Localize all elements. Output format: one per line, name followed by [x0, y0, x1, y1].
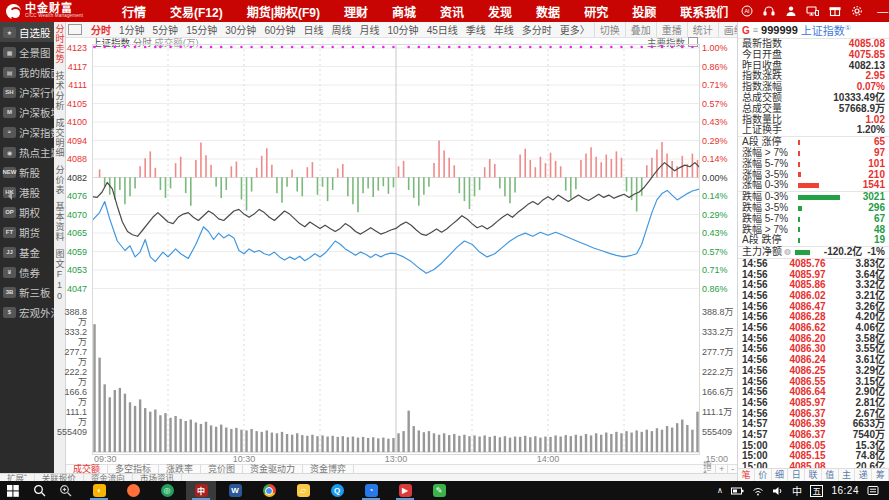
- notification-icon[interactable]: [867, 485, 879, 496]
- panel-tab-细[interactable]: 细: [772, 469, 789, 481]
- panel-tab-笔[interactable]: 笔: [738, 469, 755, 481]
- app-chat[interactable]: ◖: [84, 481, 114, 500]
- app-screen[interactable]: ◎: [152, 481, 182, 500]
- search-button[interactable]: [26, 481, 52, 500]
- period-月线[interactable]: 月线: [356, 22, 384, 37]
- ime-indicator[interactable]: 中: [792, 483, 802, 498]
- panel-tab-价[interactable]: 价: [755, 469, 772, 481]
- sidebar-item-沪深指数[interactable]: ≈沪深指数: [0, 122, 54, 142]
- brand-logo[interactable]: 中金财富 CICC Wealth Management: [0, 3, 110, 19]
- tick-price: 4085.97: [776, 398, 839, 409]
- sidebar-item-新股[interactable]: NEW新股: [0, 162, 54, 182]
- period-周线[interactable]: 周线: [328, 22, 356, 37]
- menu-item-理财[interactable]: 理财: [332, 3, 380, 20]
- magnifier-button[interactable]: [52, 481, 78, 500]
- app-chrome[interactable]: [254, 481, 284, 500]
- app-files[interactable]: ▱: [288, 481, 318, 500]
- app-browser-q[interactable]: Q: [322, 481, 352, 500]
- percent-tick: 0.71%: [702, 80, 728, 90]
- period-年线[interactable]: 年线: [490, 22, 518, 37]
- sidebar-item-自选股[interactable]: ★自选股: [0, 22, 54, 42]
- sidebar-item-热点主题[interactable]: ◉热点主题: [0, 142, 54, 162]
- start-button[interactable]: [0, 481, 26, 500]
- tray-expand-icon[interactable]: ∧: [717, 486, 723, 495]
- sidebar-item-宏观外汇[interactable]: $宏观外汇: [0, 302, 54, 322]
- dist-value: 1541: [863, 180, 885, 191]
- index-name-link[interactable]: 上证指数①: [801, 22, 851, 38]
- menu-item-投顾[interactable]: 投顾: [620, 3, 668, 20]
- period-日线[interactable]: 日线: [300, 22, 328, 37]
- volume-icon[interactable]: [772, 486, 784, 496]
- period-45日线[interactable]: 45日线: [423, 22, 462, 37]
- sidebar-item-期权[interactable]: OP期权: [0, 202, 54, 222]
- menu-item-联系我们[interactable]: 联系我们: [668, 3, 740, 20]
- user-icon[interactable]: [784, 5, 797, 18]
- network-icon[interactable]: [752, 486, 764, 496]
- menu-item-数据[interactable]: 数据: [524, 3, 572, 20]
- 自选股-icon: ★: [3, 27, 16, 38]
- percent-tick: 0.71%: [702, 265, 728, 275]
- 全景图-icon: ▦: [3, 47, 16, 58]
- app-notes[interactable]: ✎: [424, 481, 454, 500]
- layout-icon[interactable]: [68, 24, 82, 35]
- menu-item-商城[interactable]: 商城: [380, 3, 428, 20]
- headset-icon[interactable]: [762, 5, 775, 18]
- period-季线[interactable]: 季线: [462, 22, 490, 37]
- dist-bar: [798, 140, 800, 145]
- sidebar-item-沪深板块[interactable]: M沪深板块: [0, 102, 54, 122]
- battery-icon[interactable]: [731, 486, 744, 496]
- sidebar-item-我的版面[interactable]: ▤我的版面: [0, 62, 54, 82]
- panel-tab-主[interactable]: 主: [839, 469, 856, 481]
- price-axis-left: 4123411741114105410040944088408240764070…: [60, 44, 90, 455]
- quote-header: G ≡ 999999 上证指数①: [738, 22, 889, 39]
- gift-icon[interactable]: [828, 5, 841, 18]
- devices-icon[interactable]: [806, 5, 819, 18]
- tick-row[interactable]: 14:564086.253.29亿: [738, 366, 889, 377]
- menu-item-研究[interactable]: 研究: [572, 3, 620, 20]
- sidebar-item-全景图[interactable]: ▦全景图: [0, 42, 54, 62]
- menu-burger-icon[interactable]: ≡: [753, 25, 758, 35]
- sidebar-item-基金[interactable]: JJ基金: [0, 242, 54, 262]
- panel-tab-联[interactable]: 联: [805, 469, 822, 481]
- tool-切换[interactable]: 切换: [594, 22, 625, 37]
- quote-field-value: 4075.85: [849, 50, 885, 61]
- panel-tab-递[interactable]: 递: [855, 469, 872, 481]
- period-10分钟[interactable]: 10分钟: [384, 22, 423, 37]
- sidebar-item-沪深行情[interactable]: SH沪深行情: [0, 82, 54, 102]
- minimize-button[interactable]: —: [877, 6, 888, 16]
- settings-icon[interactable]: [850, 5, 863, 18]
- intraday-chart-canvas[interactable]: [92, 44, 700, 455]
- price-tick: 4082: [60, 173, 87, 183]
- ime-mode-badge[interactable]: 五: [810, 485, 824, 497]
- app-trading[interactable]: 中: [186, 481, 216, 500]
- menu-item-资讯[interactable]: 资讯: [428, 3, 476, 20]
- menu-item-交易(F12)[interactable]: 交易(F12): [158, 3, 235, 20]
- panel-tab-日[interactable]: 日: [788, 469, 805, 481]
- ai-icon[interactable]: AI: [740, 5, 753, 18]
- app-docs[interactable]: W: [220, 481, 250, 500]
- panel-tab-值[interactable]: 值: [822, 469, 839, 481]
- volume-tick-right: 388.8万: [702, 307, 734, 317]
- main-flow-row[interactable]: 主力净额 ◍ -120.2亿 -1%: [738, 246, 889, 258]
- menu-item-发现[interactable]: 发现: [476, 3, 524, 20]
- taskbar-apps: ◖◎中W▱Q◔▶✎: [84, 481, 454, 500]
- sidebar-item-债券[interactable]: ¥债券: [0, 262, 54, 282]
- taskbar-clock[interactable]: 16:24: [831, 485, 859, 496]
- pie-icon: ◍: [784, 247, 791, 258]
- period-更多〉[interactable]: 更多〉: [556, 22, 594, 37]
- period-多分时[interactable]: 多分时: [518, 22, 556, 37]
- app-firefox[interactable]: [118, 481, 148, 500]
- panel-tab-筹[interactable]: 筹: [872, 469, 889, 481]
- app-video[interactable]: ▶: [390, 481, 420, 500]
- 债券-icon: ¥: [3, 267, 16, 278]
- period-60分钟[interactable]: 60分钟: [260, 22, 299, 37]
- tick-row[interactable]: 14:564085.972.81亿: [738, 398, 889, 409]
- menu-item-行情[interactable]: 行情: [110, 3, 158, 20]
- quote-panel: G ≡ 999999 上证指数① 最新指数4085.08今日开盘4075.85昨…: [737, 22, 889, 481]
- app-netdisk[interactable]: ◔: [356, 481, 386, 500]
- sidebar-item-期货[interactable]: FT期货: [0, 222, 54, 242]
- collapse-panel-arrow[interactable]: [8, 192, 12, 200]
- period-30分钟[interactable]: 30分钟: [221, 22, 260, 37]
- menu-item-期货|期权(F9)[interactable]: 期货|期权(F9): [235, 3, 332, 20]
- sidebar-item-新三板[interactable]: 3B新三板: [0, 282, 54, 302]
